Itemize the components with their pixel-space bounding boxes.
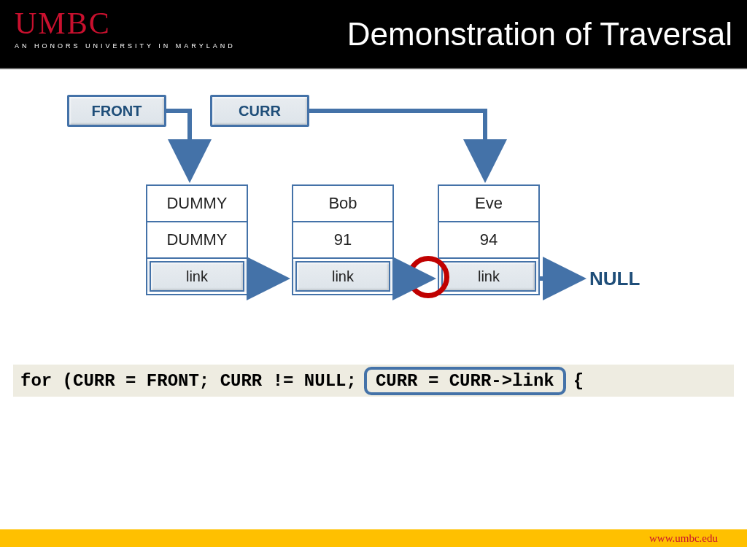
node-value: 91 — [293, 222, 392, 259]
node-dummy: DUMMY DUMMY link — [146, 184, 248, 295]
null-label: NULL — [589, 268, 640, 290]
front-label: FRONT — [92, 103, 142, 120]
code-pre: for (CURR = FRONT; CURR != NULL; — [20, 371, 357, 391]
logo-sub: AN HONORS UNIVERSITY IN MARYLAND — [15, 42, 236, 50]
node-link-cell: link — [295, 261, 390, 292]
node-name: DUMMY — [147, 186, 247, 222]
front-pointer-box: FRONT — [67, 95, 166, 127]
node-eve: Eve 94 link — [438, 184, 540, 295]
node-value: 94 — [439, 222, 538, 259]
node-bob: Bob 91 link — [292, 184, 394, 295]
footer-bar: www.umbc.edu — [0, 529, 747, 547]
highlight-circle-icon — [407, 256, 449, 298]
node-link-cell: link — [150, 261, 244, 292]
code-post: { — [573, 371, 584, 391]
node-name: Eve — [439, 186, 538, 222]
logo-main: UMBC — [15, 6, 236, 41]
node-name: Bob — [293, 186, 392, 222]
logo: UMBC AN HONORS UNIVERSITY IN MARYLAND — [15, 6, 236, 50]
slide-title: Demonstration of Traversal — [347, 16, 732, 52]
code-line: for (CURR = FRONT; CURR != NULL; CURR = … — [13, 365, 734, 397]
node-link-cell: link — [441, 261, 536, 292]
diagram-stage: FRONT CURR DUMMY DUMMY link Bob 91 link … — [0, 69, 747, 478]
node-value: DUMMY — [147, 222, 247, 259]
footer-url: www.umbc.edu — [649, 532, 718, 545]
curr-label: CURR — [239, 103, 281, 120]
slide-header: UMBC AN HONORS UNIVERSITY IN MARYLAND De… — [0, 0, 747, 69]
code-highlight-box: CURR = CURR->link — [364, 367, 566, 395]
curr-pointer-box: CURR — [210, 95, 309, 127]
